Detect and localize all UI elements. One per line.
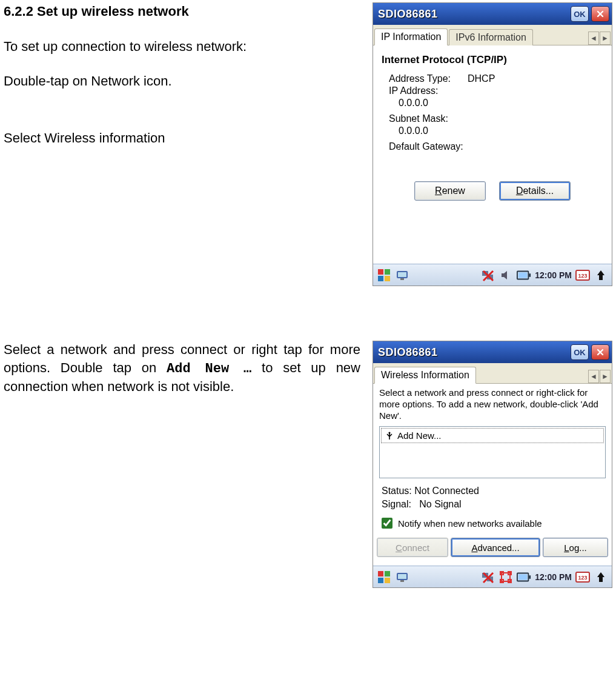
desktop-icon[interactable] xyxy=(395,570,409,584)
network-disconnected-icon[interactable] xyxy=(480,268,495,282)
svg-text:123: 123 xyxy=(578,575,587,581)
keyboard-icon[interactable]: 123 xyxy=(575,570,590,584)
tab-wireless-information[interactable]: Wireless Information xyxy=(374,367,476,384)
svg-rect-30 xyxy=(529,575,531,579)
wireless-instructions: Select a network and press connect or ri… xyxy=(373,384,612,424)
window-titlebar: SDIO86861 OK xyxy=(373,341,612,363)
svg-rect-1 xyxy=(385,269,390,275)
svg-rect-20 xyxy=(398,574,406,579)
ok-button[interactable]: OK xyxy=(571,344,589,360)
svg-rect-17 xyxy=(378,578,383,583)
tab-scroll-right[interactable]: ► xyxy=(600,32,611,45)
subnet-mask-value: 0.0.0.0 xyxy=(382,125,603,136)
advanced-rest: dvanced... xyxy=(477,543,519,553)
tabstrip: IP Information IPv6 Information ◄ ► xyxy=(373,25,612,45)
status-value: Not Connected xyxy=(414,486,479,496)
svg-rect-3 xyxy=(385,276,390,281)
svg-rect-6 xyxy=(400,278,404,280)
window-title: SDIO86861 xyxy=(378,346,568,359)
network-disconnected-icon[interactable] xyxy=(480,570,495,584)
tab-ipv6-information[interactable]: IPv6 Information xyxy=(449,29,533,45)
up-arrow-icon[interactable] xyxy=(594,570,608,584)
close-button[interactable] xyxy=(591,344,609,360)
connect-button: Connect xyxy=(377,538,448,557)
taskbar: 12:00 PM 123 xyxy=(373,264,612,286)
subnet-mask-label: Subnet Mask: xyxy=(389,113,468,124)
log-rest: og... xyxy=(569,543,587,553)
clock: 12:00 PM xyxy=(535,572,572,582)
tab-scroll-left[interactable]: ◄ xyxy=(588,32,599,45)
networks-listbox[interactable]: Add New... xyxy=(379,426,606,478)
volume-icon[interactable] xyxy=(498,268,513,282)
signal-label: Signal: xyxy=(382,499,411,509)
battery-icon[interactable] xyxy=(517,570,531,584)
close-icon xyxy=(597,10,604,18)
up-arrow-icon[interactable] xyxy=(594,268,608,282)
svg-rect-18 xyxy=(385,578,390,583)
svg-text:123: 123 xyxy=(578,273,587,279)
tab-ip-information[interactable]: IP Information xyxy=(374,28,448,45)
tab-scroll-left[interactable]: ◄ xyxy=(588,370,599,383)
desktop-icon[interactable] xyxy=(395,268,409,282)
connect-rest: onnect xyxy=(402,543,429,553)
keyboard-icon[interactable]: 123 xyxy=(575,268,590,282)
svg-rect-16 xyxy=(385,571,390,576)
window-titlebar: SDIO86861 OK xyxy=(373,3,612,25)
start-icon[interactable] xyxy=(377,570,391,584)
connect-hotkey: C xyxy=(396,543,402,553)
svg-rect-0 xyxy=(378,269,383,275)
panel-title: Internet Protocol (TCP/IP) xyxy=(382,54,603,66)
svg-rect-21 xyxy=(400,580,404,582)
svg-rect-5 xyxy=(398,272,406,277)
section-heading: 6.2.2 Set up wireless network xyxy=(4,2,360,21)
signal-value: No Signal xyxy=(419,499,461,509)
svg-rect-31 xyxy=(518,574,528,580)
battery-icon[interactable] xyxy=(517,268,531,282)
screenshot-ip-information: SDIO86861 OK IP Information IPv6 Informa… xyxy=(373,2,612,286)
start-icon[interactable] xyxy=(377,268,391,282)
list-item-add-new[interactable]: Add New... xyxy=(381,428,604,443)
clock: 12:00 PM xyxy=(535,270,572,280)
close-button[interactable] xyxy=(591,6,609,22)
details-button[interactable]: Details... xyxy=(499,181,571,201)
ip-address-value: 0.0.0.0 xyxy=(382,98,603,109)
para-select-wireless: Select Wireless information xyxy=(4,129,360,147)
address-type-label: Address Type: xyxy=(389,73,468,84)
target-icon[interactable] xyxy=(498,570,513,584)
default-gateway-label: Default Gateway: xyxy=(389,141,463,152)
log-hotkey: L xyxy=(564,543,569,553)
svg-rect-15 xyxy=(378,571,383,576)
log-button[interactable]: Log... xyxy=(543,538,608,557)
taskbar: 12:00 PM 123 xyxy=(373,566,612,587)
details-hotkey: D xyxy=(516,185,523,196)
antenna-icon xyxy=(385,432,394,440)
notify-label: Notify when new networks available xyxy=(398,518,542,529)
details-rest: etails... xyxy=(523,185,554,196)
add-new-label: Add New... xyxy=(397,430,442,441)
advanced-hotkey: A xyxy=(471,543,477,553)
svg-point-14 xyxy=(388,432,390,433)
para-add-new: Select a network and press connect or ri… xyxy=(4,341,360,396)
tabstrip: Wireless Information ◄ ► xyxy=(373,363,612,384)
svg-rect-11 xyxy=(518,272,528,278)
advanced-button[interactable]: Advanced... xyxy=(451,538,540,557)
notify-checkbox-row[interactable]: Notify when new networks available xyxy=(373,511,612,535)
renew-rest: enew xyxy=(442,185,465,196)
svg-rect-2 xyxy=(378,276,383,281)
para-intro: To set up connection to wireless network… xyxy=(4,38,360,56)
address-type-value: DHCP xyxy=(468,73,495,84)
ip-address-label: IP Address: xyxy=(389,85,468,96)
notify-checkbox[interactable] xyxy=(382,518,392,529)
renew-button[interactable]: Renew xyxy=(414,181,486,201)
window-title: SDIO86861 xyxy=(378,8,568,21)
status-label: Status: xyxy=(382,486,412,496)
close-icon xyxy=(597,349,604,356)
screenshot-wireless-information: SDIO86861 OK Wireless Information ◄ ► Se… xyxy=(373,341,612,588)
para-doubletap: Double-tap on Network icon. xyxy=(4,72,360,90)
tab-scroll-right[interactable]: ► xyxy=(600,370,611,383)
ok-button[interactable]: OK xyxy=(571,6,589,22)
renew-hotkey: R xyxy=(435,185,442,196)
svg-rect-10 xyxy=(529,273,531,277)
para-add-new-mono: Add New … xyxy=(167,361,251,376)
